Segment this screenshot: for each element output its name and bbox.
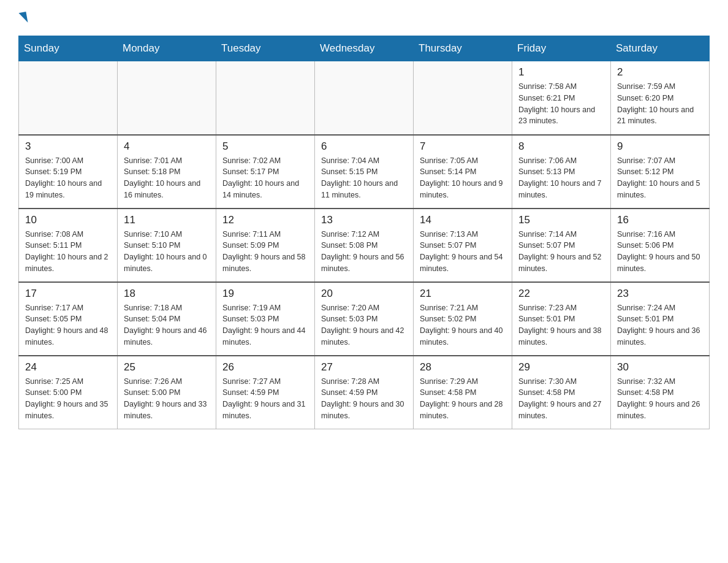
calendar-week-row: 17Sunrise: 7:17 AMSunset: 5:05 PMDayligh… — [19, 282, 710, 356]
day-number: 19 — [222, 288, 308, 300]
calendar-cell: 9Sunrise: 7:07 AMSunset: 5:12 PMDaylight… — [611, 135, 710, 209]
day-number: 26 — [222, 361, 308, 373]
calendar-cell: 24Sunrise: 7:25 AMSunset: 5:00 PMDayligh… — [19, 356, 118, 429]
day-info: Sunrise: 7:12 AMSunset: 5:08 PMDaylight:… — [321, 229, 407, 275]
day-number: 23 — [617, 288, 703, 300]
day-info: Sunrise: 7:26 AMSunset: 5:00 PMDaylight:… — [124, 376, 210, 422]
calendar-cell: 8Sunrise: 7:06 AMSunset: 5:13 PMDaylight… — [512, 135, 611, 209]
day-info: Sunrise: 7:06 AMSunset: 5:13 PMDaylight:… — [518, 155, 604, 201]
calendar-cell: 26Sunrise: 7:27 AMSunset: 4:59 PMDayligh… — [216, 356, 315, 429]
day-info: Sunrise: 7:28 AMSunset: 4:59 PMDaylight:… — [321, 376, 407, 422]
calendar-table: Sunday Monday Tuesday Wednesday Thursday… — [18, 36, 710, 429]
day-number: 3 — [25, 140, 111, 153]
day-info: Sunrise: 7:20 AMSunset: 5:03 PMDaylight:… — [321, 302, 407, 348]
day-number: 6 — [321, 140, 407, 153]
day-number: 1 — [518, 66, 604, 79]
day-number: 28 — [420, 361, 506, 373]
day-info: Sunrise: 7:11 AMSunset: 5:09 PMDaylight:… — [222, 229, 308, 275]
day-info: Sunrise: 7:30 AMSunset: 4:58 PMDaylight:… — [518, 376, 604, 422]
calendar-cell: 23Sunrise: 7:24 AMSunset: 5:01 PMDayligh… — [611, 282, 710, 356]
day-info: Sunrise: 7:25 AMSunset: 5:00 PMDaylight:… — [25, 376, 111, 422]
calendar-cell: 19Sunrise: 7:19 AMSunset: 5:03 PMDayligh… — [216, 282, 315, 356]
day-info: Sunrise: 7:13 AMSunset: 5:07 PMDaylight:… — [420, 229, 506, 275]
calendar-cell: 22Sunrise: 7:23 AMSunset: 5:01 PMDayligh… — [512, 282, 611, 356]
day-info: Sunrise: 7:27 AMSunset: 4:59 PMDaylight:… — [222, 376, 308, 422]
calendar-week-row: 3Sunrise: 7:00 AMSunset: 5:19 PMDaylight… — [19, 135, 710, 209]
day-number: 8 — [518, 140, 604, 153]
day-info: Sunrise: 7:01 AMSunset: 5:18 PMDaylight:… — [124, 155, 210, 201]
calendar-cell — [118, 61, 216, 135]
day-info: Sunrise: 7:21 AMSunset: 5:02 PMDaylight:… — [420, 302, 506, 348]
day-info: Sunrise: 7:58 AMSunset: 6:21 PMDaylight:… — [518, 81, 604, 127]
calendar-cell — [19, 61, 118, 135]
day-info: Sunrise: 7:24 AMSunset: 5:01 PMDaylight:… — [617, 302, 703, 348]
day-number: 9 — [617, 140, 703, 153]
day-info: Sunrise: 7:23 AMSunset: 5:01 PMDaylight:… — [518, 302, 604, 348]
day-number: 5 — [222, 140, 308, 153]
day-number: 10 — [25, 214, 111, 226]
calendar-cell — [216, 61, 315, 135]
calendar-cell: 12Sunrise: 7:11 AMSunset: 5:09 PMDayligh… — [216, 209, 315, 282]
day-info: Sunrise: 7:07 AMSunset: 5:12 PMDaylight:… — [617, 155, 703, 201]
day-info: Sunrise: 7:59 AMSunset: 6:20 PMDaylight:… — [617, 81, 703, 127]
day-info: Sunrise: 7:05 AMSunset: 5:14 PMDaylight:… — [420, 155, 506, 201]
day-number: 29 — [518, 361, 604, 373]
day-number: 11 — [124, 214, 210, 226]
calendar-cell: 18Sunrise: 7:18 AMSunset: 5:04 PMDayligh… — [118, 282, 216, 356]
calendar-cell: 25Sunrise: 7:26 AMSunset: 5:00 PMDayligh… — [118, 356, 216, 429]
day-info: Sunrise: 7:29 AMSunset: 4:58 PMDaylight:… — [420, 376, 506, 422]
day-number: 30 — [617, 361, 703, 373]
calendar-cell: 5Sunrise: 7:02 AMSunset: 5:17 PMDaylight… — [216, 135, 315, 209]
calendar-week-row: 10Sunrise: 7:08 AMSunset: 5:11 PMDayligh… — [19, 209, 710, 282]
day-number: 25 — [124, 361, 210, 373]
calendar-cell: 17Sunrise: 7:17 AMSunset: 5:05 PMDayligh… — [19, 282, 118, 356]
day-info: Sunrise: 7:04 AMSunset: 5:15 PMDaylight:… — [321, 155, 407, 201]
header-saturday: Saturday — [611, 36, 710, 61]
day-number: 18 — [124, 288, 210, 300]
calendar-cell: 16Sunrise: 7:16 AMSunset: 5:06 PMDayligh… — [611, 209, 710, 282]
day-number: 22 — [518, 288, 604, 300]
day-number: 4 — [124, 140, 210, 153]
calendar-cell: 2Sunrise: 7:59 AMSunset: 6:20 PMDaylight… — [611, 61, 710, 135]
day-number: 27 — [321, 361, 407, 373]
day-info: Sunrise: 7:32 AMSunset: 4:58 PMDaylight:… — [617, 376, 703, 422]
calendar-cell — [414, 61, 512, 135]
calendar-cell: 4Sunrise: 7:01 AMSunset: 5:18 PMDaylight… — [118, 135, 216, 209]
day-number: 2 — [617, 66, 703, 79]
day-number: 15 — [518, 214, 604, 226]
calendar-cell: 7Sunrise: 7:05 AMSunset: 5:14 PMDaylight… — [414, 135, 512, 209]
calendar-cell: 27Sunrise: 7:28 AMSunset: 4:59 PMDayligh… — [315, 356, 414, 429]
day-number: 16 — [617, 214, 703, 226]
day-number: 7 — [420, 140, 506, 153]
day-number: 14 — [420, 214, 506, 226]
header-wednesday: Wednesday — [315, 36, 414, 61]
weekday-header-row: Sunday Monday Tuesday Wednesday Thursday… — [19, 36, 710, 61]
calendar-cell: 13Sunrise: 7:12 AMSunset: 5:08 PMDayligh… — [315, 209, 414, 282]
day-info: Sunrise: 7:19 AMSunset: 5:03 PMDaylight:… — [222, 302, 308, 348]
header-friday: Friday — [512, 36, 611, 61]
calendar-cell: 29Sunrise: 7:30 AMSunset: 4:58 PMDayligh… — [512, 356, 611, 429]
day-number: 24 — [25, 361, 111, 373]
day-info: Sunrise: 7:10 AMSunset: 5:10 PMDaylight:… — [124, 229, 210, 275]
calendar-cell: 11Sunrise: 7:10 AMSunset: 5:10 PMDayligh… — [118, 209, 216, 282]
calendar-week-row: 1Sunrise: 7:58 AMSunset: 6:21 PMDaylight… — [19, 61, 710, 135]
logo — [18, 12, 28, 23]
day-info: Sunrise: 7:18 AMSunset: 5:04 PMDaylight:… — [124, 302, 210, 348]
calendar-cell: 15Sunrise: 7:14 AMSunset: 5:07 PMDayligh… — [512, 209, 611, 282]
calendar-cell: 6Sunrise: 7:04 AMSunset: 5:15 PMDaylight… — [315, 135, 414, 209]
calendar-cell: 14Sunrise: 7:13 AMSunset: 5:07 PMDayligh… — [414, 209, 512, 282]
day-info: Sunrise: 7:08 AMSunset: 5:11 PMDaylight:… — [25, 229, 111, 275]
day-number: 17 — [25, 288, 111, 300]
day-number: 13 — [321, 214, 407, 226]
calendar-cell: 10Sunrise: 7:08 AMSunset: 5:11 PMDayligh… — [19, 209, 118, 282]
day-info: Sunrise: 7:14 AMSunset: 5:07 PMDaylight:… — [518, 229, 604, 275]
day-info: Sunrise: 7:17 AMSunset: 5:05 PMDaylight:… — [25, 302, 111, 348]
header-monday: Monday — [118, 36, 216, 61]
header-sunday: Sunday — [19, 36, 118, 61]
day-number: 20 — [321, 288, 407, 300]
calendar-cell: 3Sunrise: 7:00 AMSunset: 5:19 PMDaylight… — [19, 135, 118, 209]
page-header — [18, 12, 710, 23]
header-thursday: Thursday — [414, 36, 512, 61]
day-info: Sunrise: 7:16 AMSunset: 5:06 PMDaylight:… — [617, 229, 703, 275]
day-number: 12 — [222, 214, 308, 226]
